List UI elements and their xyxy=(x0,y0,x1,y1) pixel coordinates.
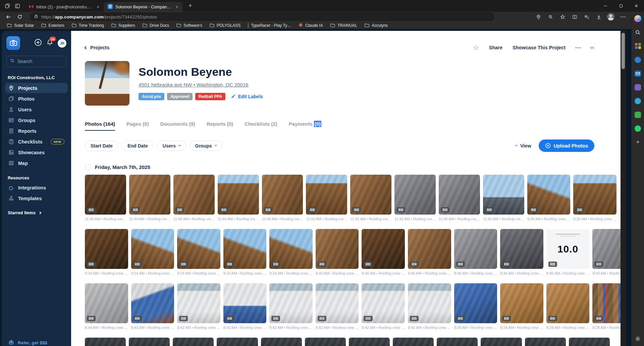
tab-pages[interactable]: Pages (0) xyxy=(126,121,149,131)
new-tab-button[interactable]: + xyxy=(186,2,195,9)
app-blue-icon[interactable] xyxy=(634,56,642,64)
back-icon[interactable] xyxy=(3,12,13,22)
refresh-icon[interactable] xyxy=(15,12,25,22)
tab-checklists[interactable]: Checklists (2) xyxy=(245,121,277,131)
more-menu-icon[interactable] xyxy=(618,12,628,22)
page-scrollbar[interactable] xyxy=(621,31,626,346)
favorites-bar-icon[interactable] xyxy=(582,12,592,22)
photo-thumbnail[interactable]: RR xyxy=(223,229,267,269)
photo-thumbnail[interactable]: RR xyxy=(362,229,405,269)
photo-thumbnail[interactable] xyxy=(437,338,478,346)
photo-thumbnail[interactable]: RR xyxy=(454,229,497,269)
search-rail-icon[interactable] xyxy=(634,28,642,36)
photo-thumbnail[interactable]: RR xyxy=(350,175,391,215)
bookmark-software-s[interactable]: Software's xyxy=(173,22,205,29)
upload-photos-button[interactable]: Upload Photos xyxy=(539,139,594,152)
photo-thumbnail[interactable] xyxy=(349,338,390,346)
photo-thumbnail[interactable]: RR xyxy=(223,283,267,323)
photo-thumbnail[interactable]: RR xyxy=(527,175,571,215)
tab-payments[interactable]: Payments (0) xyxy=(289,121,321,131)
photo-thumbnail[interactable]: 10.0RR xyxy=(546,229,590,269)
minimize-button[interactable] xyxy=(598,0,613,12)
photo-thumbnail[interactable]: RR xyxy=(131,229,174,269)
maximize-button[interactable] xyxy=(613,0,629,12)
refer-link[interactable]: Refer, get $$$ xyxy=(6,337,66,346)
favorite-star-icon[interactable] xyxy=(557,12,568,22)
bookmark-solar-solar[interactable]: Solar Solar xyxy=(4,22,37,29)
photo-thumbnail[interactable] xyxy=(129,338,170,346)
bookmark-suppliers[interactable]: Suppliers xyxy=(108,22,138,29)
project-more-icon[interactable] xyxy=(576,47,581,48)
photo-thumbnail[interactable]: RR xyxy=(439,175,480,215)
photo-thumbnail[interactable]: RR xyxy=(573,175,616,215)
start-date-filter[interactable]: Start Date xyxy=(85,140,118,151)
project-address-link[interactable]: 4501 Nebraska ave NW • Washington, DC 20… xyxy=(139,82,248,88)
photo-thumbnail[interactable]: RR xyxy=(408,229,451,269)
photo-thumbnail[interactable]: RR xyxy=(306,175,347,215)
sidebar-item-map[interactable]: Map xyxy=(5,158,68,168)
profile-avatar[interactable] xyxy=(606,12,616,22)
address-bar[interactable]: https://app.companycam.com/projects/7344… xyxy=(29,12,495,22)
bookmark-trainual[interactable]: TRAINUAL xyxy=(327,22,360,29)
chat-green-icon[interactable] xyxy=(634,124,642,132)
starred-items-link[interactable]: Starred Items xyxy=(8,210,65,215)
companycam-logo[interactable] xyxy=(6,36,20,50)
bookmark-typeracer-play-ty-[interactable]: TypeRacer - Play Ty… xyxy=(245,22,294,29)
tab-photos[interactable]: Photos (164) xyxy=(85,121,115,131)
settings-gear-icon[interactable] xyxy=(634,335,642,343)
photo-thumbnail[interactable]: RR xyxy=(85,229,128,269)
photo-thumbnail[interactable] xyxy=(393,338,434,346)
view-dropdown[interactable]: View xyxy=(516,143,531,149)
tab-reports[interactable]: Reports (0) xyxy=(207,121,233,131)
photo-thumbnail[interactable]: RR xyxy=(454,283,497,323)
photo-thumbnail[interactable]: RR xyxy=(85,283,128,323)
sidebar-item-groups[interactable]: Groups xyxy=(5,115,68,125)
project-label-approved[interactable]: Approved xyxy=(167,93,193,100)
app-purple-icon[interactable] xyxy=(634,83,642,91)
sidebar-item-users[interactable]: Users xyxy=(5,104,68,115)
sidebar-item-checklists[interactable]: ChecklistsNEW xyxy=(5,136,68,147)
photo-thumbnail[interactable]: RR xyxy=(408,283,451,323)
showcase-button[interactable]: Showcase This Project xyxy=(513,45,566,50)
search-input[interactable] xyxy=(17,59,58,64)
sidebar-item-showcases[interactable]: Showcases xyxy=(5,147,68,158)
sidebar-item-projects[interactable]: Projects xyxy=(5,83,68,93)
location-icon[interactable] xyxy=(533,12,543,22)
split-screen-icon[interactable] xyxy=(570,12,580,22)
photo-thumbnail[interactable]: RR xyxy=(177,283,220,323)
photo-thumbnail[interactable]: RR xyxy=(85,175,126,215)
project-label-redball-ppa[interactable]: Redball PPA xyxy=(195,93,225,100)
photo-thumbnail[interactable] xyxy=(173,338,214,346)
sidebar-search[interactable] xyxy=(6,56,66,67)
photo-thumbnail[interactable]: RR xyxy=(500,283,543,323)
star-project-icon[interactable]: ☆ xyxy=(473,44,479,51)
users-filter[interactable]: Users xyxy=(157,140,186,151)
groups-filter[interactable]: Groups xyxy=(190,140,222,151)
photo-thumbnail[interactable]: RR xyxy=(173,175,215,215)
project-label-acculynx[interactable]: AccuLynx xyxy=(139,93,164,100)
lock-icon[interactable] xyxy=(34,14,38,19)
zoom-icon[interactable] xyxy=(545,12,555,22)
photo-thumbnail[interactable]: RR xyxy=(483,175,524,215)
bookmark-acculynx[interactable]: Acculynx xyxy=(362,22,391,29)
share-button[interactable]: Share xyxy=(489,45,502,50)
back-to-projects-link[interactable]: Projects xyxy=(85,45,109,50)
add-rail-icon[interactable]: + xyxy=(634,138,642,146)
workspaces-icon[interactable] xyxy=(5,3,10,9)
tab-documents[interactable]: Documents (9) xyxy=(160,121,195,131)
photo-thumbnail[interactable] xyxy=(305,338,346,346)
photo-thumbnail[interactable]: RR xyxy=(131,283,174,323)
select-date-checkbox[interactable] xyxy=(85,164,91,170)
browser-tab-companycam[interactable]: Solomon Beyene - CompanyCam × xyxy=(104,2,182,12)
copilot-icon[interactable] xyxy=(634,14,642,22)
tab-close-icon[interactable]: × xyxy=(96,4,100,9)
tab-actions-icon[interactable] xyxy=(15,3,20,9)
bookmark-claude-ia[interactable]: Claude IA xyxy=(296,22,326,29)
edit-labels-button[interactable]: Edit Labels xyxy=(231,94,263,99)
photo-thumbnail[interactable]: RR xyxy=(269,229,313,269)
sidebar-item-integrations[interactable]: Integrations xyxy=(5,182,68,193)
sidebar-item-photos[interactable]: Photos xyxy=(5,94,68,104)
photo-thumbnail[interactable] xyxy=(261,338,302,346)
photo-thumbnail[interactable] xyxy=(85,338,126,346)
photo-thumbnail[interactable] xyxy=(569,338,610,346)
